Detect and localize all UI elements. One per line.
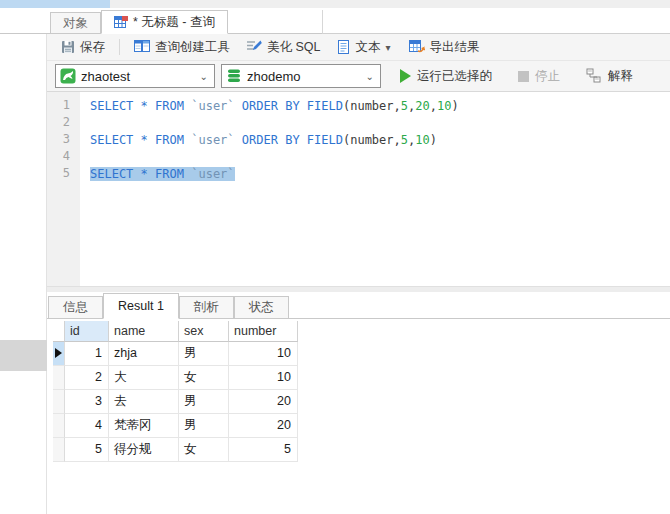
cell-id[interactable]: 3 <box>65 390 109 414</box>
tab-query[interactable]: * 无标题 - 查询 <box>101 10 228 34</box>
cell-number[interactable]: 10 <box>229 366 298 390</box>
column-header-id[interactable]: id <box>65 321 109 342</box>
table-row[interactable]: 2大女10 <box>53 366 670 390</box>
document-tabbar: 对象 * 无标题 - 查询 <box>0 8 670 34</box>
current-row-arrow-icon <box>55 348 62 358</box>
query-pane: 保存 查询创建工具 <box>47 34 670 514</box>
explain-button[interactable]: 解释 <box>579 65 640 88</box>
explain-label: 解释 <box>608 68 633 85</box>
column-header-number[interactable]: number <box>229 321 298 342</box>
table-row[interactable]: 1zhja男10 <box>53 342 670 366</box>
run-selected-label: 运行已选择的 <box>417 68 492 85</box>
stop-button: 停止 <box>511 65 567 88</box>
row-marker[interactable] <box>53 366 65 390</box>
column-header-name[interactable]: name <box>109 321 179 342</box>
sql-editor[interactable]: 12345 SELECT * FROM `user` ORDER BY FIEL… <box>47 92 670 286</box>
result-grid[interactable]: idnamesexnumber1zhja男102大女103去男204梵蒂冈男20… <box>53 321 670 462</box>
cell-name[interactable]: 得分规 <box>109 438 179 462</box>
grid-header-row: idnamesexnumber <box>53 321 670 342</box>
line-number: 3 <box>47 132 80 149</box>
row-marker[interactable] <box>53 438 65 462</box>
cell-id[interactable]: 4 <box>65 414 109 438</box>
export-result-button[interactable]: 导出结果 <box>403 36 486 59</box>
cell-name[interactable]: 大 <box>109 366 179 390</box>
row-marker[interactable] <box>53 414 65 438</box>
window-top-strip <box>0 0 670 8</box>
cell-id[interactable]: 5 <box>65 438 109 462</box>
navicat-query-window: 对象 * 无标题 - 查询 <box>0 0 670 514</box>
result-tab-信息[interactable]: 信息 <box>48 296 103 318</box>
editor-gutter: 12345 <box>47 92 80 286</box>
left-sidebar <box>0 34 47 514</box>
cell-sex[interactable]: 女 <box>179 366 229 390</box>
query-toolbar: 保存 查询创建工具 <box>47 34 670 61</box>
text-view-label: 文本 <box>356 39 381 56</box>
database-icon <box>226 68 242 84</box>
text-view-dropdown-arrow[interactable]: ▾ <box>386 42 393 53</box>
cell-number[interactable]: 20 <box>229 390 298 414</box>
export-result-label: 导出结果 <box>430 39 480 56</box>
text-view-button[interactable]: 文本 ▾ <box>331 36 399 59</box>
result-tab-剖析[interactable]: 剖析 <box>179 296 234 318</box>
line-number: 1 <box>47 98 80 115</box>
save-icon <box>61 40 75 54</box>
table-row[interactable]: 5得分规女5 <box>53 438 670 462</box>
cell-sex[interactable]: 男 <box>179 390 229 414</box>
cell-name[interactable]: 梵蒂冈 <box>109 414 179 438</box>
sidebar-scroll-thumb[interactable] <box>0 340 47 371</box>
editor-code[interactable]: SELECT * FROM `user` ORDER BY FIELD(numb… <box>80 92 670 286</box>
cell-sex[interactable]: 男 <box>179 414 229 438</box>
line-number: 4 <box>47 149 80 166</box>
tab-query-label: * 无标题 - 查询 <box>133 14 215 31</box>
toolbar-separator <box>119 39 120 55</box>
result-tab-result1[interactable]: Result 1 <box>103 293 179 319</box>
cell-number[interactable]: 20 <box>229 414 298 438</box>
result-tab-状态[interactable]: 状态 <box>234 296 289 318</box>
line-number: 2 <box>47 115 80 132</box>
run-selected-button[interactable]: 运行已选择的 <box>393 65 499 88</box>
code-line[interactable]: SELECT * FROM `user` ORDER BY FIELD(numb… <box>90 98 670 115</box>
beautify-sql-button[interactable]: 美化 SQL <box>240 36 327 59</box>
connection-name: zhaotest <box>81 69 195 84</box>
cell-number[interactable]: 5 <box>229 438 298 462</box>
cell-sex[interactable]: 女 <box>179 438 229 462</box>
stop-icon <box>518 71 529 82</box>
text-document-icon <box>337 40 351 54</box>
code-line[interactable] <box>90 115 670 132</box>
cell-name[interactable]: 去 <box>109 390 179 414</box>
mysql-connection-icon <box>60 68 76 84</box>
grid-corner-cell[interactable] <box>53 321 65 342</box>
code-line[interactable] <box>90 149 670 166</box>
query-builder-label: 查询创建工具 <box>155 39 230 56</box>
cell-id[interactable]: 1 <box>65 342 109 366</box>
tabbar-empty-area <box>322 10 670 34</box>
table-row[interactable]: 3去男20 <box>53 390 670 414</box>
explain-icon <box>586 68 602 84</box>
beautify-sql-icon <box>246 39 262 55</box>
cell-name[interactable]: zhja <box>109 342 179 366</box>
cell-sex[interactable]: 男 <box>179 342 229 366</box>
column-header-sex[interactable]: sex <box>179 321 229 342</box>
save-button[interactable]: 保存 <box>55 36 111 59</box>
window-title-fragment <box>0 0 110 8</box>
export-result-icon <box>409 39 425 55</box>
query-grid-icon <box>114 15 128 29</box>
tab-objects[interactable]: 对象 <box>50 12 101 33</box>
row-marker[interactable] <box>53 390 65 414</box>
result-grid-area: idnamesexnumber1zhja男102大女103去男204梵蒂冈男20… <box>47 319 670 514</box>
cell-id[interactable]: 2 <box>65 366 109 390</box>
cell-number[interactable]: 10 <box>229 342 298 366</box>
database-chevron-icon: ⌄ <box>366 71 376 82</box>
beautify-sql-label: 美化 SQL <box>267 39 321 56</box>
row-marker[interactable] <box>53 342 65 366</box>
code-line[interactable]: SELECT * FROM `user` <box>90 166 670 183</box>
stop-label: 停止 <box>535 68 560 85</box>
query-builder-button[interactable]: 查询创建工具 <box>128 36 236 59</box>
table-row[interactable]: 4梵蒂冈男20 <box>53 414 670 438</box>
main-content: 保存 查询创建工具 <box>0 34 670 514</box>
connection-select[interactable]: zhaotest ⌄ <box>55 64 215 88</box>
connection-chevron-icon: ⌄ <box>200 71 210 82</box>
database-select[interactable]: zhodemo ⌄ <box>221 64 381 88</box>
query-builder-icon <box>134 39 150 55</box>
code-line[interactable]: SELECT * FROM `user` ORDER BY FIELD(numb… <box>90 132 670 149</box>
